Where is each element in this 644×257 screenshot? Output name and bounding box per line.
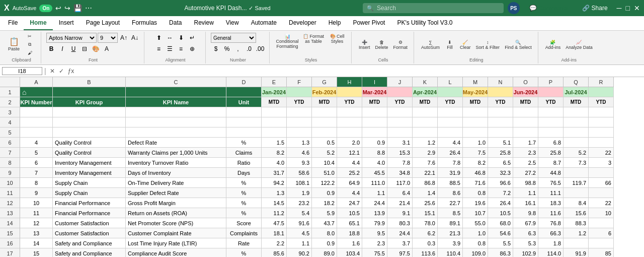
cell-fmtd-8[interactable]: 4.0 [262,158,287,168]
cell-a2[interactable]: KPI Number [20,97,53,107]
cell-hytd-8[interactable]: 7.8 [387,158,413,168]
row-num-15[interactable]: 15 [0,228,20,238]
cell-lmtd-13[interactable]: 15.6 [564,208,589,218]
cell-c3[interactable] [126,107,226,117]
redo-icon[interactable]: ↪ [64,4,70,12]
comments-button[interactable]: 💬 Comments [524,2,573,14]
cell-fmtd-13[interactable]: 11.2 [262,208,287,218]
cell-kmtd-15[interactable]: 6.3 [513,228,538,238]
cell-name-15[interactable]: Customer Complaint Rate [126,228,226,238]
minimize-button[interactable]: ─ [617,4,622,12]
cancel-formula-button[interactable]: ✕ [48,68,56,75]
cell-i5[interactable] [362,127,387,138]
close-button[interactable]: ✕ [634,4,640,12]
col-header-g[interactable]: G [312,77,337,87]
cell-f5[interactable] [287,127,312,138]
cell-fytd-16[interactable]: 1.1 [287,238,312,248]
cell-name-17[interactable]: Compliance Audit Score [126,248,226,257]
cell-c1[interactable] [126,87,226,97]
autosum-button[interactable]: ∑AutoSum [419,39,442,51]
cell-fmtd-12[interactable]: 14.5 [262,198,287,208]
insert-function-button[interactable]: ƒx [66,68,76,75]
cell-kmtd-11[interactable]: 1.1 [513,188,538,198]
cell-l2-ytd[interactable]: YTD [438,97,463,107]
increase-decimal-button[interactable]: .0 [244,44,254,54]
cell-gmtd-11[interactable]: 0.9 [312,188,337,198]
cell-l4[interactable] [438,117,463,127]
cell-fmtd-14[interactable]: 47.5 [262,218,287,228]
cell-fmtd-7[interactable]: 8.2 [262,148,287,158]
cell-kpinum-12[interactable]: 10 [20,198,53,208]
cell-e2-mtd[interactable]: MTD [262,97,287,107]
cell-hmtd-6[interactable]: 0.9 [362,138,387,148]
conditional-formatting-button[interactable]: 📊 Conditional Formatting [275,33,300,50]
cell-lytd-8[interactable]: 3 [589,158,614,168]
tab-pk-utility[interactable]: PK's Utility Tool V3.0 [391,16,458,30]
font-shrink-button[interactable]: A↓ [130,33,140,43]
cell-jmtd-14[interactable]: 55.0 [463,218,488,228]
cell-r4[interactable] [589,117,614,127]
fill-color-button[interactable]: 🎨 [91,44,101,54]
cell-m4[interactable] [463,117,488,127]
cell-b1[interactable] [53,87,126,97]
cell-fytd-7[interactable]: 4.6 [287,148,312,158]
cell-gytd-11[interactable]: 4.4 [337,188,362,198]
confirm-formula-button[interactable]: ✓ [57,68,65,75]
cell-group-10[interactable]: Supply Chain [53,178,126,188]
cell-unit-15[interactable]: Complaints [226,228,262,238]
cell-b3[interactable] [53,107,126,117]
cell-unit-10[interactable]: % [226,178,262,188]
row-num-8[interactable]: 8 [0,158,20,168]
cell-hmtd-17[interactable]: 75.5 [362,248,387,257]
col-header-j[interactable]: J [387,77,413,87]
cell-i3[interactable] [362,107,387,117]
cell-d2[interactable]: Unit [226,97,262,107]
col-header-c[interactable]: C [126,77,226,87]
cell-name-14[interactable]: Net Promoter Score (NPS) [126,218,226,228]
col-header-q[interactable]: Q [564,77,589,87]
insert-cells-button[interactable]: ➕Insert [357,39,372,51]
cell-b4[interactable] [53,117,126,127]
cell-fytd-14[interactable]: 91.6 [287,218,312,228]
cell-jmtd-10[interactable]: 71.6 [463,178,488,188]
cell-i2-mtd[interactable]: MTD [362,97,387,107]
cell-l5[interactable] [438,127,463,138]
cell-g5[interactable] [312,127,337,138]
cell-d1[interactable] [226,87,262,97]
cell-g4[interactable] [312,117,337,127]
col-header-p[interactable]: P [538,77,564,87]
row-num-5[interactable]: 5 [0,127,20,138]
cell-jytd-8[interactable]: 6.5 [488,158,513,168]
cell-lytd-16[interactable] [589,238,614,248]
cell-j4[interactable] [387,117,413,127]
cell-hmtd-7[interactable]: 8.8 [362,148,387,158]
cell-kytd-15[interactable]: 66.3 [538,228,564,238]
cell-jmtd-9[interactable]: 46.8 [463,168,488,178]
cell-o1-jun[interactable]: Jun-2024 [513,87,538,97]
cell-d5[interactable] [226,127,262,138]
save-icon[interactable]: 💾 [73,4,82,12]
cell-kpinum-8[interactable]: 6 [20,158,53,168]
cell-unit-12[interactable]: % [226,198,262,208]
cell-fytd-9[interactable]: 58.6 [287,168,312,178]
font-size-select[interactable]: 9 [98,33,118,43]
cell-k4[interactable] [413,117,438,127]
row-num-4[interactable]: 4 [0,117,20,127]
cell-q2-mtd[interactable]: MTD [564,97,589,107]
cell-i4[interactable] [362,117,387,127]
cell-o5[interactable] [513,127,538,138]
cell-jmtd-16[interactable]: 0.8 [463,238,488,248]
cell-gytd-17[interactable]: 103.4 [337,248,362,257]
cell-name-7[interactable]: Warranty Claims per 1,000 Units [126,148,226,158]
cell-group-16[interactable]: Safety and Compliance [53,238,126,248]
cell-kpinum-14[interactable]: 12 [20,218,53,228]
currency-button[interactable]: $ [211,44,221,54]
cell-gmtd-9[interactable]: 51.0 [312,168,337,178]
cell-r2-ytd[interactable]: YTD [589,97,614,107]
cell-lytd-10[interactable]: 66 [589,178,614,188]
cell-hmtd-16[interactable]: 2.3 [362,238,387,248]
cell-jmtd-12[interactable]: 19.6 [463,198,488,208]
row-num-2[interactable]: 2 [0,97,20,107]
cell-kytd-11[interactable]: 11.1 [538,188,564,198]
row-num-7[interactable]: 7 [0,148,20,158]
